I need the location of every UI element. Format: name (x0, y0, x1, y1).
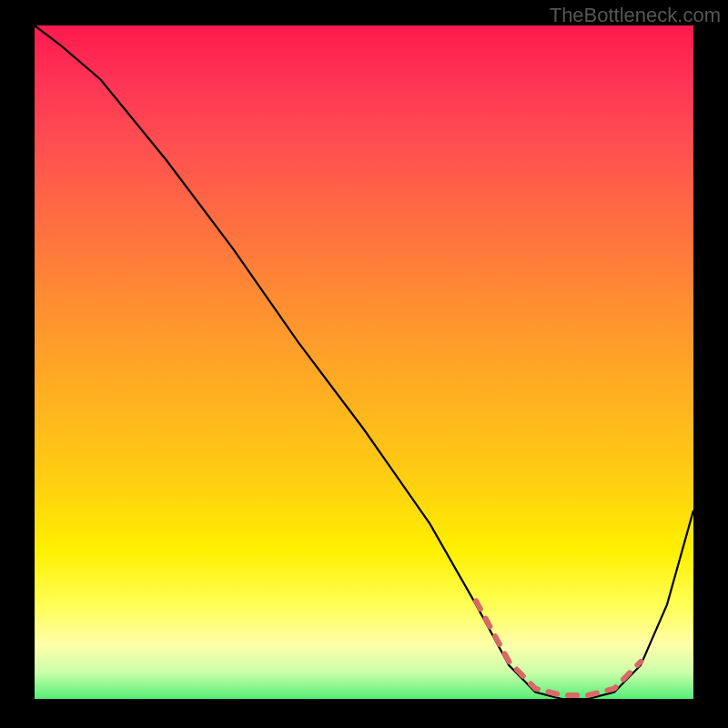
watermark-text: TheBottleneck.com (550, 4, 721, 27)
chart-plot-area (35, 25, 693, 699)
bottleneck-curve-line (35, 25, 693, 699)
chart-svg (35, 25, 693, 699)
